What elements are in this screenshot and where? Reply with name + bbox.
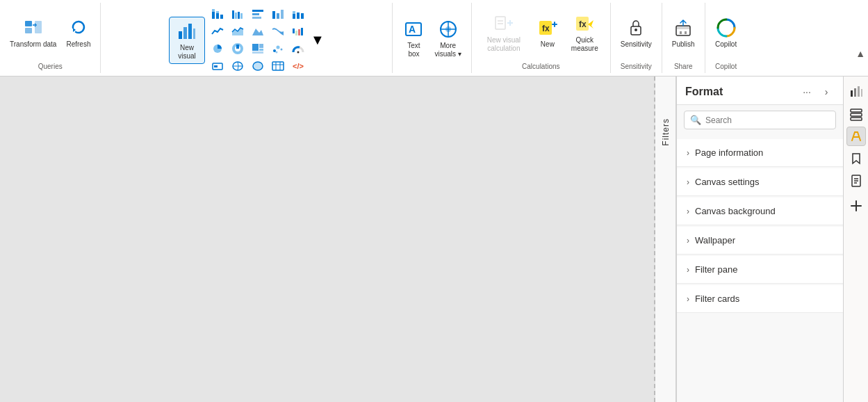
svg-text:A: A — [409, 24, 416, 35]
transform-data-button[interactable]: Transform data — [6, 14, 60, 51]
section-canvas-background-label: Canvas background — [695, 206, 776, 216]
transform-data-label: Transform data — [10, 40, 56, 49]
refresh-button[interactable]: Refresh — [62, 14, 95, 51]
more-visuals-label: Morevisuals ▾ — [434, 42, 461, 58]
copilot-icon — [715, 17, 737, 39]
svg-text:fx: fx — [579, 19, 587, 29]
svg-rect-8 — [212, 12, 215, 19]
text-box-button[interactable]: A Textbox — [398, 15, 429, 61]
section-wallpaper[interactable]: › Wallpaper — [677, 227, 843, 255]
calculations-buttons: New visualcalculation fx New fx — [480, 6, 603, 60]
svg-point-43 — [297, 51, 299, 54]
bookmark-panel-button[interactable] — [846, 149, 866, 168]
section-filter-cards-label: Filter cards — [695, 294, 739, 304]
sensitivity-button[interactable]: Sensitivity — [616, 14, 656, 51]
donut-chart-icon[interactable] — [228, 40, 247, 57]
section-canvas-settings[interactable]: › Canvas settings — [677, 168, 843, 196]
more-visuals-button[interactable]: Morevisuals ▾ — [430, 15, 465, 61]
section-page-information[interactable]: › Page information — [677, 139, 843, 167]
chevron-canvas-settings-icon: › — [687, 177, 689, 187]
svg-rect-73 — [851, 90, 853, 97]
svg-rect-32 — [301, 28, 303, 35]
section-filter-pane[interactable]: › Filter pane — [677, 256, 843, 284]
table-icon[interactable] — [268, 58, 288, 74]
svg-rect-79 — [851, 118, 862, 120]
format-more-button[interactable]: ··· — [799, 83, 815, 100]
toolbar-group-queries: Transform data Refresh Queries — [0, 3, 101, 73]
visuals-panel-button[interactable] — [846, 82, 866, 102]
svg-rect-1 — [25, 28, 32, 33]
svg-rect-22 — [281, 10, 284, 19]
svg-rect-29 — [293, 29, 295, 33]
filters-sidebar[interactable]: Filters — [655, 77, 676, 402]
insert-icon-grid: </> — [208, 6, 308, 74]
svg-point-40 — [276, 46, 279, 49]
mountain-chart-icon[interactable] — [248, 23, 268, 40]
gauge-icon[interactable] — [288, 40, 308, 57]
new-visual-calc-label: New visualcalculation — [487, 36, 521, 53]
format-header-icons: ··· › — [799, 83, 835, 100]
new-measure-button[interactable]: fx New — [530, 14, 566, 51]
svg-rect-75 — [858, 86, 860, 97]
copilot-button[interactable]: Copilot — [711, 14, 742, 51]
text-box-label: Textbox — [407, 42, 420, 58]
right-icons-panel — [843, 77, 868, 402]
toolbar-collapse-button[interactable]: ▲ — [855, 48, 865, 59]
data-panel-button[interactable] — [846, 104, 866, 124]
page-panel-button[interactable] — [846, 171, 866, 191]
section-canvas-background[interactable]: › Canvas background — [677, 198, 843, 225]
stacked-column-icon[interactable] — [288, 6, 308, 22]
ribbon-chart-icon[interactable] — [268, 23, 288, 40]
add-panel-button[interactable] — [846, 196, 866, 216]
chevron-wallpaper-icon: › — [687, 236, 689, 246]
refresh-icon — [67, 17, 90, 39]
quick-measure-button[interactable]: fx Quickmeasure — [567, 10, 603, 56]
svg-rect-23 — [293, 14, 295, 19]
clustered-bar-icon[interactable] — [228, 6, 247, 22]
svg-rect-38 — [252, 51, 263, 54]
canvas-area[interactable] — [0, 77, 655, 402]
queries-buttons: Transform data Refresh — [6, 6, 95, 60]
chevron-canvas-bg-icon: › — [687, 207, 689, 216]
svg-rect-9 — [212, 9, 215, 12]
new-visual-button[interactable]: Newvisual — [169, 17, 205, 64]
svg-rect-10 — [216, 13, 219, 19]
bar-chart-icon[interactable] — [248, 6, 268, 22]
format-search-input[interactable] — [705, 115, 830, 125]
card-icon[interactable] — [208, 58, 227, 74]
treemap-icon[interactable] — [248, 40, 268, 57]
publish-button[interactable]: Publish — [668, 14, 699, 51]
expand-visuals-button[interactable]: ▼ — [311, 28, 325, 53]
line-chart-icon[interactable] — [208, 23, 227, 40]
scatter-chart-icon[interactable] — [268, 40, 288, 57]
format-search-box: 🔍 — [684, 111, 836, 129]
format-panel-button[interactable] — [846, 127, 866, 146]
svg-rect-49 — [272, 62, 284, 70]
share-buttons: Publish — [668, 6, 699, 60]
svg-rect-45 — [214, 65, 218, 67]
waterfall-icon[interactable] — [288, 23, 308, 40]
column-chart-icon[interactable] — [268, 6, 288, 22]
stacked-bar-icon[interactable] — [208, 6, 227, 22]
toolbar-group-share: Publish Share — [662, 3, 705, 73]
svg-rect-31 — [298, 29, 300, 35]
area-chart-icon[interactable] — [228, 23, 247, 40]
section-filter-cards[interactable]: › Filter cards — [677, 285, 843, 313]
svg-rect-17 — [252, 10, 263, 12]
new-visual-calculation-button[interactable]: New visualcalculation — [480, 10, 528, 56]
map-icon[interactable] — [228, 58, 247, 74]
filled-map-icon[interactable] — [248, 58, 268, 74]
format-expand-button[interactable]: › — [818, 83, 835, 100]
pie-chart-icon[interactable] — [208, 40, 227, 57]
svg-rect-77 — [851, 109, 862, 112]
toolbar-group-copilot: Copilot Copilot — [705, 3, 747, 73]
toolbar-group-textbox: A Textbox Morevisuals ▾ — [393, 3, 471, 73]
format-panel: Format ··· › 🔍 › Page information › Canv… — [676, 77, 843, 402]
publish-label: Publish — [672, 40, 695, 49]
copilot-buttons: Copilot — [711, 6, 742, 60]
quick-measure-label: Quickmeasure — [571, 36, 598, 53]
html-icon[interactable]: </> — [288, 58, 308, 74]
new-visual-icon — [176, 20, 198, 42]
refresh-label: Refresh — [66, 40, 90, 49]
svg-rect-74 — [854, 88, 856, 97]
